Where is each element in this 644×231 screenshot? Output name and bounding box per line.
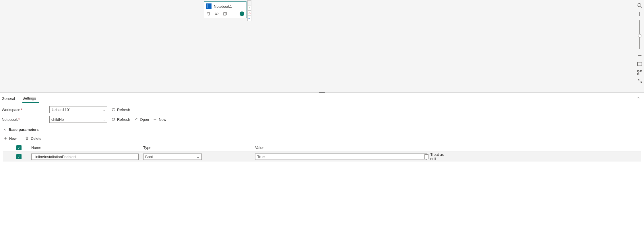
workspace-label: Workspace* bbox=[2, 108, 49, 112]
param-name-input[interactable] bbox=[31, 154, 139, 160]
notebook-icon bbox=[206, 3, 212, 9]
activity-node-title: Notebook1 bbox=[214, 4, 232, 9]
select-all-checkbox[interactable]: ✓ bbox=[16, 145, 22, 150]
col-name: Name bbox=[30, 145, 142, 150]
param-value-input[interactable] bbox=[255, 154, 427, 160]
workspace-refresh-button[interactable]: Refresh bbox=[111, 108, 130, 112]
parameters-table: ✓ Name Type Value ✓ Bool ⌄ Tre bbox=[3, 144, 641, 162]
layout-icon[interactable] bbox=[637, 70, 643, 75]
treat-as-null-label: Treat as null bbox=[430, 152, 448, 161]
status-cell-fail: ✕ bbox=[247, 11, 251, 16]
workspace-select-value: fazhan1101 bbox=[51, 108, 71, 112]
notebook-select[interactable]: childNb ⌄ bbox=[49, 116, 107, 123]
table-row: ✓ Bool ⌄ Treat as null bbox=[3, 152, 641, 162]
status-cell-success: ✓ bbox=[247, 5, 251, 11]
notebook-open-button[interactable]: Open bbox=[134, 117, 149, 122]
activity-status-column: ✓ ✕ → bbox=[247, 0, 251, 21]
collapse-icon[interactable] bbox=[637, 78, 643, 84]
base-parameters-toggle[interactable]: Base parameters bbox=[2, 126, 642, 133]
pipeline-canvas[interactable]: Notebook1 bbox=[0, 0, 644, 92]
zoom-slider-handle[interactable] bbox=[638, 34, 641, 38]
svg-point-1 bbox=[638, 3, 641, 7]
row-checkbox[interactable]: ✓ bbox=[16, 154, 22, 159]
svg-rect-0 bbox=[224, 13, 226, 15]
search-icon[interactable] bbox=[637, 3, 643, 8]
notebook-select-value: childNb bbox=[51, 117, 64, 122]
param-new-button[interactable]: New bbox=[3, 136, 17, 141]
trash-icon[interactable] bbox=[206, 11, 211, 16]
zoom-in-icon[interactable] bbox=[637, 11, 643, 17]
tab-settings[interactable]: Settings bbox=[22, 93, 39, 103]
chevron-down-icon: ⌄ bbox=[103, 118, 105, 121]
tab-general[interactable]: General bbox=[2, 94, 18, 103]
svg-rect-3 bbox=[638, 71, 639, 72]
toolbar-divider bbox=[21, 136, 21, 141]
code-icon[interactable] bbox=[214, 11, 219, 16]
notebook-new-button[interactable]: New bbox=[153, 117, 166, 122]
workspace-select[interactable]: fazhan1101 ⌄ bbox=[49, 106, 107, 113]
col-value: Value bbox=[254, 145, 423, 150]
param-type-select[interactable]: Bool ⌄ bbox=[143, 154, 202, 160]
svg-rect-4 bbox=[641, 71, 642, 72]
zoom-slider[interactable] bbox=[639, 20, 640, 49]
notebook-refresh-button[interactable]: Refresh bbox=[111, 117, 130, 122]
chevron-up-icon[interactable] bbox=[634, 94, 642, 102]
status-cell-skip: → bbox=[247, 16, 251, 21]
svg-rect-2 bbox=[638, 62, 642, 66]
chevron-down-icon: ⌄ bbox=[197, 155, 200, 159]
treat-as-null-checkbox[interactable] bbox=[424, 154, 428, 159]
copy-icon[interactable] bbox=[222, 11, 227, 16]
param-delete-button[interactable]: Delete bbox=[25, 136, 42, 141]
canvas-right-rail bbox=[637, 3, 643, 84]
run-icon[interactable] bbox=[240, 11, 244, 16]
zoom-out-icon[interactable] bbox=[637, 53, 643, 58]
notebook-label: Notebook* bbox=[2, 117, 49, 122]
fit-icon[interactable] bbox=[637, 61, 643, 67]
status-cell-blank bbox=[247, 0, 251, 5]
chevron-down-icon: ⌄ bbox=[103, 108, 105, 112]
svg-rect-5 bbox=[638, 73, 639, 75]
properties-tabs: General Settings bbox=[0, 93, 644, 103]
activity-node-notebook[interactable]: Notebook1 bbox=[204, 1, 247, 18]
col-type: Type bbox=[142, 145, 254, 150]
